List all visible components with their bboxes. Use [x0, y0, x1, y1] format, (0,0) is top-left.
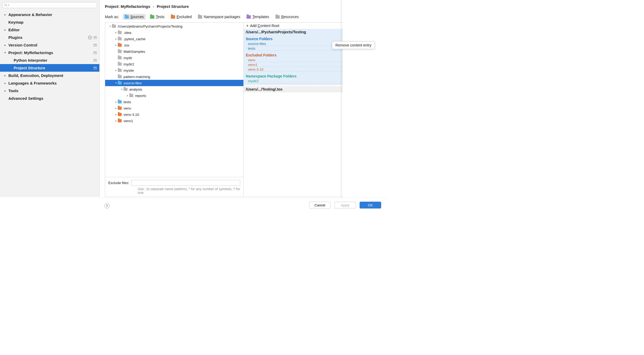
sidebar-item-build-execution-deployment[interactable]: ▸Build, Execution, Deployment	[0, 72, 99, 79]
mark-namespace-button[interactable]: Namespace packages	[196, 14, 242, 20]
panel-shadow	[341, 0, 343, 212]
sidebar-item-tools[interactable]: ▸Tools	[0, 87, 99, 95]
file-tree-item[interactable]: ▾source-files	[105, 80, 243, 86]
file-tree-item[interactable]: ▸.pytest_cache	[105, 36, 243, 42]
apply-button: Apply	[334, 202, 356, 208]
sidebar-item-editor[interactable]: ▸Editor	[0, 26, 99, 34]
mark-templates-button[interactable]: Templates	[245, 14, 271, 20]
tooltip: Remove content entry	[332, 41, 375, 49]
breadcrumb-sep: ›	[153, 4, 154, 9]
exclude-label: Exclude files:	[108, 181, 129, 185]
breadcrumb-part2: Project Structure	[157, 4, 189, 9]
file-tree-item[interactable]: ▸mysite	[105, 67, 243, 74]
exclude-input[interactable]	[131, 180, 240, 186]
help-button[interactable]: ?	[104, 203, 110, 208]
sidebar-item-version-control[interactable]: ▸Version Control	[0, 41, 99, 49]
mark-sources-button[interactable]: Sources	[123, 14, 146, 20]
cancel-button[interactable]: Cancel	[309, 202, 331, 208]
sidebar-item-project-myrefactorings[interactable]: ▾Project: MyRefactorings	[0, 49, 99, 56]
content-root-path-2: /Users/.../Testing/.tox	[246, 87, 283, 91]
sidebar: ▾ ▸Appearance & BehaviorKeymap▸EditorPlu…	[0, 0, 100, 197]
file-tree-item[interactable]: ▸reports	[105, 92, 243, 99]
file-tree-item[interactable]: ▸venv-3.10	[105, 111, 243, 118]
file-tree-item[interactable]: ▸tests	[105, 99, 243, 105]
file-tree-item[interactable]: mydir2	[105, 61, 243, 67]
search-input[interactable]	[10, 3, 95, 7]
dialog-buttons: ? Cancel Apply OK	[100, 198, 386, 212]
sidebar-item-plugins[interactable]: Plugins2	[0, 34, 99, 41]
sidebar-item-python-interpreter[interactable]: Python Interpreter	[0, 56, 99, 64]
sidebar-item-project-structure[interactable]: Project Structure	[0, 64, 99, 72]
file-tree-item[interactable]: ▸.tox	[105, 42, 243, 48]
file-tree-panel: ▾/Users/jetbrains/PycharmProjects/Testin…	[105, 22, 244, 197]
svg-point-0	[5, 4, 7, 6]
search-icon	[4, 4, 7, 7]
breadcrumb-part1: Project: MyRefactorings	[105, 4, 150, 9]
sidebar-item-keymap[interactable]: Keymap	[0, 18, 99, 26]
mark-excluded-button[interactable]: Excluded	[169, 14, 194, 20]
mark-tests-button[interactable]: Tests	[148, 14, 166, 20]
file-tree-item[interactable]: ▸.idea	[105, 29, 243, 36]
exclude-hint: Use ; to separate name patterns, * for a…	[108, 187, 240, 195]
file-tree-item[interactable]: ▾/Users/jetbrains/PycharmProjects/Testin…	[105, 23, 243, 29]
file-tree-item[interactable]: ▸venv1	[105, 118, 243, 124]
sidebar-item-advanced-settings[interactable]: Advanced Settings	[0, 95, 99, 102]
file-tree-item[interactable]: pattern-matching	[105, 74, 243, 80]
file-tree-item[interactable]: ▸venv	[105, 105, 243, 111]
ok-button[interactable]: OK	[360, 202, 381, 208]
sidebar-item-appearance-behavior[interactable]: ▸Appearance & Behavior	[0, 11, 99, 18]
file-tree-item[interactable]: MathSamples	[105, 48, 243, 55]
breadcrumb: Project: MyRefactorings › Project Struct…	[105, 4, 365, 9]
search-box[interactable]: ▾	[2, 2, 97, 8]
sidebar-item-languages-frameworks[interactable]: ▸Languages & Frameworks	[0, 79, 99, 87]
content-root-path: /Users/.../PycharmProjects/Testing	[246, 30, 306, 34]
mark-resources-button[interactable]: Resources	[274, 14, 301, 20]
file-tree-item[interactable]: mydir	[105, 55, 243, 61]
mark-as-label: Mark as:	[105, 15, 119, 19]
dropdown-icon[interactable]: ▾	[8, 4, 9, 6]
settings-tree: ▸Appearance & BehaviorKeymap▸EditorPlugi…	[0, 10, 99, 197]
plus-icon: +	[246, 24, 248, 28]
blank-area	[343, 0, 386, 212]
svg-line-1	[6, 6, 7, 6]
file-tree-item[interactable]: ▾analysis	[105, 86, 243, 92]
